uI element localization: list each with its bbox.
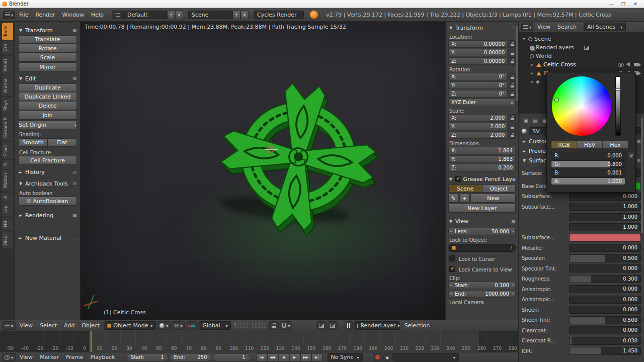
- lock-button[interactable]: [509, 40, 516, 48]
- menu-view[interactable]: View: [534, 24, 553, 30]
- lock-button[interactable]: [509, 90, 516, 98]
- property-slider[interactable]: 0.300: [569, 275, 641, 283]
- dimension-field[interactable]: Y: 1.863: [448, 155, 516, 163]
- lock-button[interactable]: [509, 81, 516, 89]
- renderability-icon[interactable]: [634, 63, 639, 66]
- panel-transform[interactable]: Transform: [18, 26, 77, 35]
- lock-object-field[interactable]: ∕: [448, 244, 516, 252]
- location-field[interactable]: Z: 0.00000: [448, 57, 508, 65]
- panel-view[interactable]: View: [448, 217, 516, 226]
- lock-to-cursor-checkbox[interactable]: [449, 255, 455, 261]
- property-slider[interactable]: 0.000: [569, 285, 641, 293]
- property-slider[interactable]: 0.000: [569, 264, 641, 273]
- play-reverse-button[interactable]: ◀: [278, 353, 289, 361]
- current-frame-field[interactable]: 1: [213, 353, 250, 361]
- lock-button[interactable]: [509, 131, 516, 139]
- scale-button[interactable]: Scale: [18, 53, 77, 62]
- channel-slider[interactable]: A: 1.000: [551, 177, 625, 185]
- location-field[interactable]: X: 0.00000: [448, 40, 508, 48]
- panel-grease-pencil[interactable]: Grease Pencil Layer: [448, 174, 516, 184]
- translate-button[interactable]: Translate: [18, 35, 77, 44]
- property-slider[interactable]: [569, 234, 641, 242]
- timeline-ruler[interactable]: -50-40-30-20-100102030405060708090100110…: [0, 331, 518, 352]
- property-slider[interactable]: 0.500: [569, 316, 641, 324]
- property-slider[interactable]: 0.000: [569, 244, 641, 252]
- tab-scene[interactable]: Scene: [448, 185, 482, 193]
- mirror-button[interactable]: Mirror: [18, 62, 77, 71]
- render-layer-select[interactable]: RenderLayer: [354, 321, 400, 330]
- display-scope-select[interactable]: All Scenes: [584, 23, 626, 31]
- menu-object[interactable]: Object: [78, 322, 103, 329]
- tool-tab[interactable]: Displ: [2, 231, 13, 248]
- auto-keyframe-toggle[interactable]: [373, 353, 382, 361]
- scale-field[interactable]: Z: 2.000: [448, 131, 508, 139]
- pivot-select[interactable]: ⊙: [172, 321, 185, 330]
- editor-type-button[interactable]: [2, 353, 16, 361]
- value-slider[interactable]: [615, 76, 621, 136]
- panel-new-material[interactable]: New Material: [18, 233, 77, 242]
- selection-display-select[interactable]: Selection: [401, 322, 433, 329]
- add-button[interactable]: [459, 194, 469, 203]
- smooth-button[interactable]: Smooth: [18, 138, 48, 147]
- expand-icon[interactable]: ▸: [530, 79, 534, 84]
- outliner-row-renderlayers[interactable]: RenderLayers: [519, 43, 644, 52]
- tab-object[interactable]: Object: [482, 185, 516, 193]
- autoboolean-button[interactable]: AutoBoolean: [18, 197, 77, 206]
- frame-end-field[interactable]: End: 250: [170, 353, 212, 361]
- tool-tab[interactable]: Cre: [2, 41, 13, 54]
- shading-select[interactable]: [157, 321, 171, 330]
- tool-tab[interactable]: Relati: [2, 56, 13, 74]
- frame-start-field[interactable]: Start: 1: [126, 353, 169, 361]
- flat-button[interactable]: Flat: [48, 138, 77, 147]
- next-keyframe-button[interactable]: ▶▶: [300, 353, 311, 361]
- lock-to-scene-toggle[interactable]: [269, 321, 279, 330]
- property-slider[interactable]: 0.000: [569, 193, 641, 201]
- tab-rgb[interactable]: RGB: [551, 141, 577, 149]
- property-slider[interactable]: 0.500: [569, 254, 641, 262]
- tab-hex[interactable]: Hex: [603, 141, 628, 149]
- insert-keyframe-button[interactable]: [383, 353, 391, 361]
- render-pause-button[interactable]: [345, 321, 353, 330]
- lock-button[interactable]: [509, 57, 516, 65]
- outliner-row-celtic-cross[interactable]: ▸ Celtic Cross: [519, 60, 644, 69]
- property-slider[interactable]: 0.000: [569, 296, 641, 304]
- minimize-button[interactable]: [608, 2, 615, 7]
- lock-button[interactable]: [509, 114, 516, 122]
- snap-toggle[interactable]: [280, 321, 292, 330]
- menu-view[interactable]: View: [17, 322, 36, 329]
- lock-button[interactable]: [509, 73, 516, 80]
- orientation-select[interactable]: Global: [199, 321, 231, 330]
- panel-rendering[interactable]: Rendering: [18, 211, 77, 220]
- menu-file[interactable]: File: [16, 12, 31, 18]
- dimension-field[interactable]: Z: 0.200: [448, 164, 516, 171]
- menu-help[interactable]: Help: [88, 12, 107, 18]
- render-still-button[interactable]: [316, 321, 327, 330]
- tab-render-layers[interactable]: ▤: [531, 116, 539, 124]
- menu-marker[interactable]: Marker: [37, 354, 62, 360]
- prev-keyframe-button[interactable]: ◀◀: [267, 353, 278, 361]
- tool-tab[interactable]: NB: [2, 218, 13, 230]
- scale-field[interactable]: X: 2.000: [448, 114, 508, 122]
- tab-render[interactable]: ▣: [522, 116, 530, 124]
- color-wheel[interactable]: [552, 76, 611, 136]
- tool-tab[interactable]: Fract: [2, 142, 13, 159]
- channel-slider[interactable]: R: 0.000: [551, 152, 625, 159]
- property-slider[interactable]: 1.450: [569, 347, 641, 355]
- add-layout-button[interactable]: [167, 11, 175, 19]
- jump-to-end-button[interactable]: ▶|: [311, 353, 323, 361]
- property-slider[interactable]: 0.030: [569, 337, 641, 345]
- lens-field[interactable]: Lens: 50.000: [448, 228, 516, 235]
- menu-frame[interactable]: Frame: [63, 354, 86, 360]
- outliner-row-world[interactable]: World: [519, 52, 644, 60]
- location-field[interactable]: Y: 0.00000: [448, 49, 508, 56]
- tool-tab[interactable]: Lay: [2, 203, 13, 217]
- expand-icon[interactable]: ▾: [522, 37, 526, 41]
- render-toggle-icon[interactable]: [584, 46, 589, 50]
- scale-field[interactable]: Y: 2.000: [448, 123, 508, 130]
- set-origin-button[interactable]: Set Origin: [18, 120, 77, 129]
- scene-field[interactable]: Scene: [188, 11, 232, 19]
- panel-transform-n[interactable]: Transform: [448, 23, 516, 32]
- tool-tab-active[interactable]: Tools: [2, 23, 13, 40]
- jump-to-start-button[interactable]: |◀: [256, 353, 267, 361]
- tab-hsv[interactable]: HSV: [577, 141, 603, 149]
